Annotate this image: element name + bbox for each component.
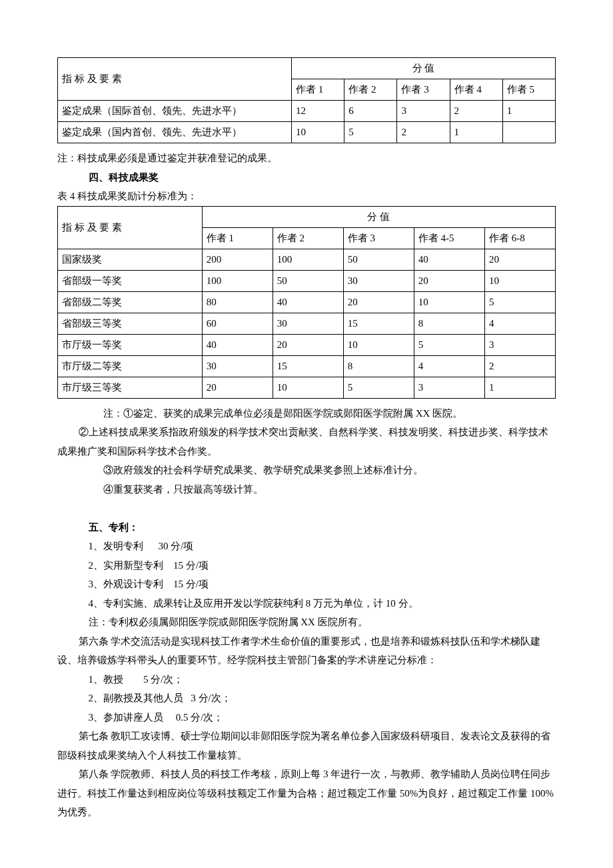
cell: 100 [273,249,343,270]
lecture-item-3: 3、参加讲座人员 0.5 分/次； [57,708,556,727]
article-6: 第六条 学术交流活动是实现科技工作者学术生命价值的重要形式，也是培养和锻炼科技队… [57,632,556,670]
row-label: 市厅级三等奖 [58,377,203,398]
row-label: 鉴定成果（国内首创、领先、先进水平） [58,122,292,143]
cell: 5 [484,291,555,313]
cell: 100 [202,270,273,291]
cell: 3 [414,377,484,398]
row-label: 省部级一等奖 [58,270,203,291]
cell: 20 [484,249,555,270]
article-8: 第八条 学院教师、科技人员的科技工作考核，原则上每 3 年进行一次，与教师、教学… [57,765,556,822]
note2-c: ③政府颁发的社会科学研究成果奖、教学研究成果奖参照上述标准计分。 [57,461,556,480]
table-row: 省部级一等奖10050302010 [58,270,556,291]
cell: 10 [273,377,343,398]
cell: 1 [502,101,555,122]
cell: 2 [484,355,555,377]
row-label: 国家级奖 [58,249,203,270]
cell: 4 [484,313,555,334]
cell: 4 [414,355,484,377]
table-row: 市厅级一等奖40201053 [58,334,556,355]
cell: 15 [343,313,414,334]
patent-note: 注：专利权必须属郧阳医学院或郧阳医学院附属 XX 医院所有。 [57,613,556,632]
col-author4: 作者 4 [450,79,502,101]
cell: 12 [292,101,344,122]
col-author68: 作者 6-8 [484,227,555,249]
row-label: 省部级三等奖 [58,313,203,334]
cell: 40 [202,334,273,355]
section-5-heading: 五、专利： [57,518,556,537]
cell: 10 [292,122,344,143]
cell: 5 [414,334,484,355]
cell: 30 [202,355,273,377]
row-header-label: 指 标 及 要 素 [58,58,292,101]
col-author3: 作者 3 [343,227,414,249]
patent-item-1: 1、发明专利 30 分/项 [57,537,556,556]
col-author2: 作者 2 [344,79,397,101]
cell: 15 [273,355,343,377]
award-score-table: 指 标 及 要 素 分 值 作者 1 作者 2 作者 3 作者 4-5 作者 6… [57,206,556,399]
score-header: 分 值 [202,206,555,227]
cell: 50 [273,270,343,291]
lecture-item-1: 1、教授 5 分/次； [57,670,556,689]
cell: 8 [343,355,414,377]
table1-note: 注：科技成果必须是通过鉴定并获准登记的成果。 [57,149,556,168]
cell: 200 [202,249,273,270]
article-7: 第七条 教职工攻读博、硕士学位期间以非郧阳医学院为署名单位参入国家级科研项目、发… [57,727,556,765]
cell: 80 [202,291,273,313]
cell: 20 [343,291,414,313]
col-author1: 作者 1 [292,79,344,101]
col-author2: 作者 2 [273,227,343,249]
row-label: 省部级二等奖 [58,291,203,313]
table-row: 国家级奖200100504020 [58,249,556,270]
cell: 1 [484,377,555,398]
cell: 20 [414,270,484,291]
row-label: 市厅级二等奖 [58,355,203,377]
cell: 2 [397,122,450,143]
table-row: 鉴定成果（国内首创、领先、先进水平） 10 5 2 1 [58,122,556,143]
cell: 3 [397,101,450,122]
note2-d: ④重复获奖者，只按最高等级计算。 [57,480,556,499]
cell: 10 [343,334,414,355]
table-row: 省部级二等奖804020105 [58,291,556,313]
patent-item-4: 4、专利实施、成果转让及应用开发以学院获纯利 8 万元为单位，计 10 分。 [57,594,556,613]
note2-a: 注：①鉴定、获奖的成果完成单位必须是郧阳医学院或郧阳医学院附属 XX 医院。 [57,404,556,423]
patent-item-3: 3、外观设计专利 15 分/项 [57,575,556,594]
section-4-heading: 四、科技成果奖 [57,168,556,187]
cell: 40 [414,249,484,270]
appraisal-score-table: 指 标 及 要 素 分 值 作者 1 作者 2 作者 3 作者 4 作者 5 鉴… [57,57,556,143]
table2-caption: 表 4 科技成果奖励计分标准为： [57,187,556,206]
cell: 60 [202,313,273,334]
col-author45: 作者 4-5 [414,227,484,249]
patent-item-2: 2、实用新型专利 15 分/项 [57,556,556,575]
table-row: 鉴定成果（国际首创、领先、先进水平） 12 6 3 2 1 [58,101,556,122]
cell: 10 [484,270,555,291]
cell: 2 [450,101,502,122]
table-row: 市厅级三等奖2010531 [58,377,556,398]
cell: 3 [484,334,555,355]
cell: 30 [343,270,414,291]
score-header: 分 值 [292,58,556,79]
row-label: 鉴定成果（国际首创、领先、先进水平） [58,101,292,122]
cell: 1 [450,122,502,143]
table-row: 市厅级二等奖3015842 [58,355,556,377]
cell: 8 [414,313,484,334]
cell [502,122,555,143]
lecture-item-2: 2、副教授及其他人员 3 分/次； [57,689,556,708]
cell: 10 [414,291,484,313]
cell: 40 [273,291,343,313]
cell: 5 [344,122,397,143]
col-author3: 作者 3 [397,79,450,101]
cell: 20 [202,377,273,398]
col-author1: 作者 1 [202,227,273,249]
col-author5: 作者 5 [502,79,555,101]
note2-b: ②上述科技成果奖系指政府颁发的科学技术突出贡献奖、自然科学奖、科技发明奖、科技进… [57,423,556,461]
cell: 5 [343,377,414,398]
row-header-label: 指 标 及 要 素 [58,206,203,249]
cell: 50 [343,249,414,270]
cell: 6 [344,101,397,122]
row-label: 市厅级一等奖 [58,334,203,355]
cell: 20 [273,334,343,355]
table-row: 省部级三等奖60301584 [58,313,556,334]
cell: 30 [273,313,343,334]
